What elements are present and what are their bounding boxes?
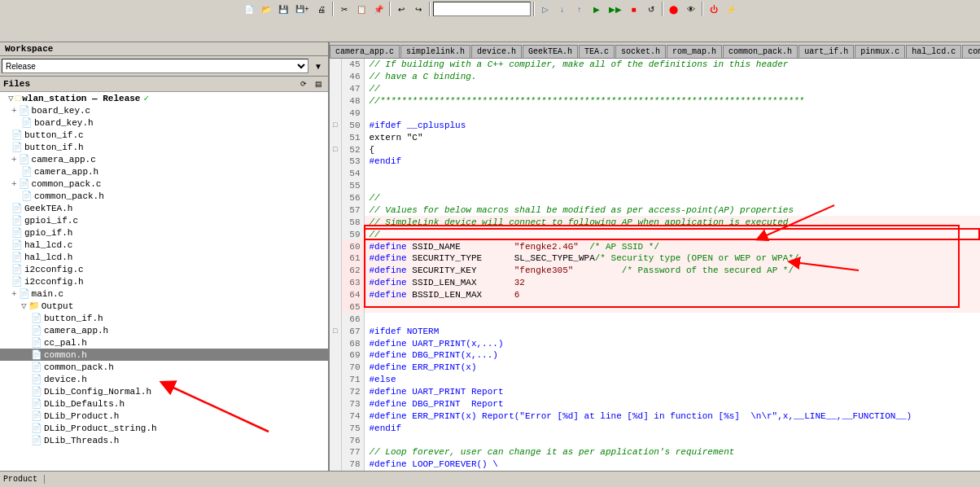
fold-56[interactable] — [330, 192, 341, 204]
step-over-button[interactable]: ▷ — [537, 1, 553, 17]
paste-button[interactable]: 📌 — [370, 1, 387, 17]
fold-48[interactable] — [330, 95, 341, 107]
fold-69[interactable] — [330, 349, 341, 362]
filter-icon-btn[interactable]: ▤ — [312, 78, 325, 90]
cut-button[interactable]: ✂ — [336, 1, 352, 17]
tree-camera-app-c[interactable]: + 📄 camera_app.c — [0, 153, 328, 165]
tree-common-h[interactable]: 📄 common.h — [0, 349, 328, 361]
breakpoint-button[interactable]: ⬤ — [666, 1, 682, 17]
fold-52[interactable]: □ — [330, 143, 341, 156]
tab-tea-c[interactable]: TEA.c — [579, 45, 615, 58]
open-button[interactable]: 📂 — [258, 1, 274, 17]
fold-63[interactable] — [330, 277, 341, 289]
fold-70[interactable] — [330, 362, 341, 374]
save-button[interactable]: 💾 — [275, 1, 291, 17]
fold-77[interactable] — [330, 446, 341, 458]
fold-65[interactable] — [330, 301, 341, 314]
fold-45[interactable] — [330, 59, 341, 71]
tab-socket-h[interactable]: socket.h — [615, 45, 666, 58]
fold-53[interactable] — [330, 156, 341, 168]
tree-common-pack-h2[interactable]: 📄 common_pack.h — [0, 361, 328, 373]
tree-dlib-product[interactable]: 📄 DLib_Product.h — [0, 410, 328, 422]
fold-68[interactable] — [330, 337, 341, 349]
tree-output-folder[interactable]: ▽ 📁 Output — [0, 300, 328, 312]
fold-59[interactable] — [330, 228, 341, 240]
tree-hal-lcd-c[interactable]: 📄 hal_lcd.c — [0, 239, 328, 251]
tree-button-if-c[interactable]: 📄 button_if.c — [0, 129, 328, 141]
run-button[interactable]: ▶ — [588, 1, 605, 17]
step-out-button[interactable]: ↑ — [571, 1, 588, 17]
tree-dlib-defaults[interactable]: 📄 DLib_Defaults.h — [0, 397, 328, 410]
fold-67[interactable]: □ — [330, 325, 341, 337]
tree-main-c[interactable]: + 📄 main.c — [0, 287, 328, 300]
print-button[interactable]: 🖨 — [313, 1, 330, 17]
stop-button[interactable]: ■ — [626, 1, 642, 17]
undo-button[interactable]: ↩ — [393, 1, 409, 17]
tree-cc-pal-h[interactable]: 📄 cc_pal.h — [0, 336, 328, 349]
copy-button[interactable]: 📋 — [353, 1, 370, 17]
run2-button[interactable]: ▶▶ — [606, 1, 625, 17]
reset-button[interactable]: ↺ — [643, 1, 659, 17]
fold-71[interactable] — [330, 374, 341, 386]
tab-geektea-h[interactable]: GeekTEA.h — [523, 45, 578, 58]
tree-camera-app-h2[interactable]: 📄 camera_app.h — [0, 324, 328, 336]
fold-46[interactable] — [330, 71, 341, 83]
tree-dlib-config[interactable]: 📄 DLib_Config_Normal.h — [0, 385, 328, 397]
tab-device-h[interactable]: device.h — [471, 45, 522, 58]
tab-hal-lcd-c[interactable]: hal_lcd.c — [906, 45, 961, 58]
new-button[interactable]: 📄 — [241, 1, 257, 17]
tree-gpio-if-c[interactable]: 📄 gpioi_if.c — [0, 214, 328, 226]
fold-72[interactable] — [330, 386, 341, 398]
config-select[interactable]: Release — [2, 59, 308, 73]
fold-74[interactable] — [330, 410, 341, 422]
fold-66[interactable] — [330, 313, 341, 325]
tab-rom-map-h[interactable]: rom_map.h — [667, 45, 722, 58]
fold-64[interactable] — [330, 289, 341, 301]
step-into-button[interactable]: ↓ — [554, 1, 571, 17]
tab-common-pack-c[interactable]: common_pack.c — [962, 45, 980, 58]
tree-device-h[interactable]: 📄 device.h — [0, 373, 328, 385]
tree-board-key-h[interactable]: 📄 board_key.h — [0, 116, 328, 129]
fold-51[interactable] — [330, 131, 341, 143]
redo-button[interactable]: ↪ — [410, 1, 427, 17]
fold-73[interactable] — [330, 398, 341, 410]
watch-button[interactable]: 👁 — [683, 1, 699, 17]
tab-uart-if-h[interactable]: uart_if.h — [798, 45, 854, 58]
tree-board-key-c[interactable]: + 📄 board_key.c — [0, 104, 328, 116]
save-all-button[interactable]: 💾+ — [292, 1, 312, 17]
tree-i2cconfig-c[interactable]: 📄 i2cconfig.c — [0, 263, 328, 275]
tree-dlib-threads[interactable]: 📄 DLib_Threads.h — [0, 434, 328, 446]
tree-common-pack-c[interactable]: + 📄 common_pack.c — [0, 178, 328, 190]
fold-75[interactable] — [330, 422, 341, 434]
tree-gpio-if-h[interactable]: 📄 gpio_if.h — [0, 226, 328, 239]
tab-common-pack-h[interactable]: common_pack.h — [723, 45, 798, 58]
project-root[interactable]: ▽ □ wlan_station — Release ✓ — [0, 92, 328, 104]
fold-57[interactable] — [330, 204, 341, 217]
tab-simplelink-h[interactable]: simplelink.h — [400, 45, 470, 58]
tree-hal-lcd-h[interactable]: 📄 hal_lcd.h — [0, 251, 328, 263]
fold-47[interactable] — [330, 83, 341, 95]
fold-62[interactable] — [330, 265, 341, 277]
chip-button[interactable]: ⚡ — [723, 1, 739, 17]
fold-78[interactable] — [330, 458, 341, 471]
tree-button-if-h[interactable]: 📄 button_if.h — [0, 141, 328, 153]
sync-icon-btn[interactable]: ⟳ — [297, 78, 310, 90]
power-button[interactable]: ⏻ — [706, 1, 722, 17]
fold-61[interactable] — [330, 252, 341, 265]
search-box[interactable] — [433, 2, 531, 16]
tab-camera-app-c[interactable]: camera_app.c — [330, 45, 400, 58]
tree-geektea-h[interactable]: 📄 GeekTEA.h — [0, 202, 328, 214]
tree-common-pack-h[interactable]: 📄 common_pack.h — [0, 190, 328, 202]
fold-58[interactable] — [330, 216, 341, 228]
fold-55[interactable] — [330, 180, 341, 192]
fold-50[interactable]: □ — [330, 119, 341, 131]
tree-button-if-h2[interactable]: 📄 button_if.h — [0, 312, 328, 324]
tree-dlib-product-string[interactable]: 📄 DLib_Product_string.h — [0, 422, 328, 434]
code-area[interactable]: 45 // If building with a C++ compiler, m… — [330, 59, 980, 471]
tab-pinmux-c[interactable]: pinmux.c — [855, 45, 905, 58]
fold-49[interactable] — [330, 107, 341, 120]
config-dropdown[interactable]: ▼ — [310, 58, 326, 74]
tree-camera-app-h[interactable]: 📄 camera_app.h — [0, 165, 328, 178]
fold-54[interactable] — [330, 168, 341, 180]
fold-60[interactable] — [330, 240, 341, 252]
